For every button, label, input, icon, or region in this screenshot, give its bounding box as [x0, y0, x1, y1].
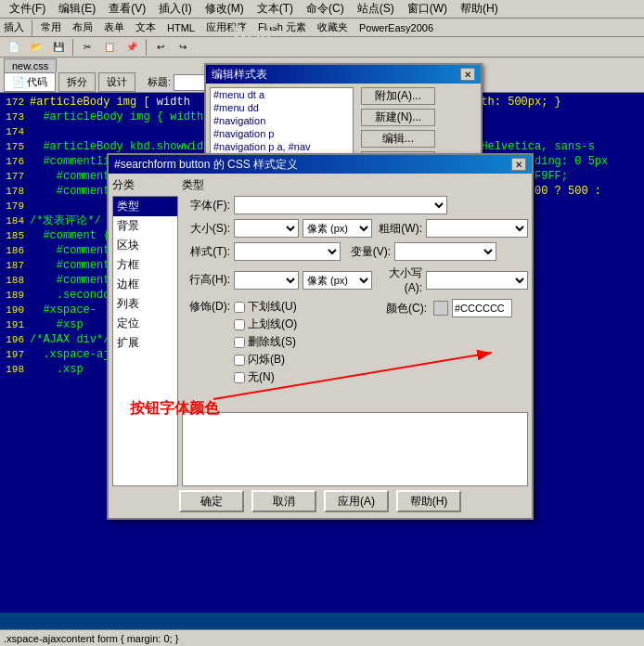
style-item-1[interactable]: #menu dt a: [211, 88, 353, 101]
sep2: [72, 39, 73, 56]
toolbar-cut-btn[interactable]: ✂: [77, 38, 97, 57]
blink-checkbox[interactable]: [234, 355, 245, 366]
lineheight-unit-select[interactable]: 像素 (px): [303, 271, 372, 290]
cat-list[interactable]: 列表: [113, 294, 177, 314]
lineheight-select[interactable]: [234, 271, 299, 290]
toolbar-item-html[interactable]: HTML: [162, 21, 200, 34]
menu-text[interactable]: 文本(T): [251, 0, 299, 18]
type-panel: 类型 字体(F): 大小(S): 像素 (px): [182, 177, 528, 486]
menu-edit[interactable]: 编辑(E): [53, 0, 101, 18]
cat-background[interactable]: 背景: [113, 216, 177, 236]
category-label: 分类: [112, 177, 178, 193]
toolbar-item-text[interactable]: 文本: [131, 19, 161, 35]
cat-extend[interactable]: 扩展: [113, 333, 177, 353]
style-editor-close-btn[interactable]: ✕: [460, 68, 475, 81]
lineheight-label: 行高(H):: [182, 272, 230, 288]
size-unit-select[interactable]: 像素 (px): [303, 219, 372, 238]
edit-btn[interactable]: 编辑...: [361, 130, 435, 148]
menu-modify[interactable]: 修改(M): [200, 0, 250, 18]
menu-view[interactable]: 查看(V): [103, 0, 151, 18]
style-select[interactable]: [234, 242, 341, 261]
style-row: 样式(T): 变量(V):: [182, 242, 528, 261]
font-label: 字体(F):: [182, 198, 230, 213]
lineheight-row: 行高(H): 像素 (px) 大小写(A):: [182, 265, 528, 294]
strikethrough-label: 删除线(S): [248, 334, 296, 350]
category-list[interactable]: 类型 背景 区块 方框 边框 列表 定位 扩展: [112, 196, 178, 486]
color-label: 颜色(C):: [386, 301, 427, 317]
status-text: .xspace-ajaxcontent form { margin: 0; }: [4, 633, 178, 644]
underline-row: 下划线(U): [234, 299, 382, 315]
menu-window[interactable]: 窗口(W): [402, 0, 453, 18]
form-rows: 字体(F): 大小(S): 像素 (px) 粗细(W):: [182, 196, 528, 408]
toolbar-item-powereasy[interactable]: PowerEasy2006: [354, 21, 438, 34]
toolbar-save-btn[interactable]: 💾: [48, 38, 69, 57]
cat-block[interactable]: 区块: [113, 236, 177, 255]
toolbar-paste-btn[interactable]: 📌: [122, 38, 142, 57]
underline-label: 下划线(U): [248, 299, 297, 315]
category-panel: 分类 类型 背景 区块 方框 边框 列表 定位 扩展: [112, 177, 178, 486]
font-select[interactable]: [234, 196, 447, 214]
strikethrough-checkbox[interactable]: [234, 337, 245, 348]
toolbar-item-form[interactable]: 表单: [99, 19, 129, 35]
css-def-footer: 确定 取消 应用(A) 帮助(H): [109, 484, 532, 518]
cat-box[interactable]: 方框: [113, 255, 177, 275]
variant-label: 变量(V):: [344, 244, 391, 260]
toolbar-item-common[interactable]: 常用: [36, 19, 66, 35]
none-label: 无(N): [248, 369, 275, 385]
blink-row: 闪烁(B): [234, 352, 382, 368]
new-btn[interactable]: 新建(N)...: [361, 109, 435, 126]
variant-select[interactable]: [394, 242, 496, 261]
file-tab-new-css[interactable]: new.css: [4, 58, 57, 72]
toolbar-redo-btn[interactable]: ↪: [173, 38, 193, 57]
bold-label: 粗细(W):: [376, 221, 422, 237]
color-input[interactable]: [452, 299, 512, 317]
style-item-5[interactable]: #navigation p a, #nav: [211, 140, 353, 153]
size-label: 大小(S):: [182, 221, 230, 237]
menu-site[interactable]: 站点(S): [352, 0, 400, 18]
tab-code[interactable]: 📄 代码: [4, 72, 56, 92]
overline-row: 上划线(O): [234, 317, 382, 332]
deco-checkboxes: 下划线(U) 上划线(O) 删除线(S) 闪烁(B): [234, 299, 382, 387]
color-swatch[interactable]: [433, 301, 448, 316]
menu-insert[interactable]: 插入(I): [153, 0, 197, 18]
cancel-button[interactable]: 取消: [251, 490, 316, 512]
overline-checkbox[interactable]: [234, 319, 245, 330]
case-label: 大小写(A):: [376, 265, 422, 294]
title-label: 标题:: [148, 75, 171, 89]
size-select[interactable]: [234, 219, 299, 238]
case-select[interactable]: [426, 271, 528, 290]
bold-select[interactable]: [426, 219, 528, 238]
toolbar-new-btn[interactable]: 📄: [4, 38, 24, 57]
tab-split[interactable]: 拆分: [58, 72, 96, 92]
cat-border[interactable]: 边框: [113, 275, 177, 294]
insert-toolbar: 插入 常用 布局 表单 文本 HTML 应用程序 Flash 元素 收藏夹 Po…: [0, 19, 644, 37]
toolbar-copy-btn[interactable]: 📋: [99, 38, 120, 57]
style-item-2[interactable]: #menu dd: [211, 101, 353, 114]
tab-design[interactable]: 设计: [98, 72, 135, 92]
menu-bar: 文件(F) 编辑(E) 查看(V) 插入(I) 修改(M) 文本(T) 命令(C…: [0, 0, 644, 19]
toolbar-undo-btn[interactable]: ↩: [150, 38, 171, 57]
style-item-3[interactable]: #navigation: [211, 114, 353, 127]
toolbar-item-layout[interactable]: 布局: [68, 19, 97, 35]
cat-position[interactable]: 定位: [113, 314, 177, 333]
menu-command[interactable]: 命令(C): [301, 0, 350, 18]
style-item-4[interactable]: #navigation p: [211, 127, 353, 140]
attach-btn[interactable]: 附加(A)...: [361, 87, 435, 105]
code-icon: 📄: [12, 76, 25, 88]
color-row: 颜色(C):: [386, 299, 512, 317]
ok-button[interactable]: 确定: [179, 490, 244, 512]
style-label: 样式(T):: [182, 244, 230, 260]
decoration-label: 修饰(D):: [182, 299, 230, 315]
none-checkbox[interactable]: [234, 372, 245, 383]
font-row: 字体(F):: [182, 196, 528, 214]
apply-button[interactable]: 应用(A): [324, 490, 389, 512]
toolbar-open-btn[interactable]: 📂: [26, 38, 46, 57]
css-def-close-btn[interactable]: ✕: [511, 158, 526, 171]
menu-help[interactable]: 帮助(H): [455, 0, 504, 18]
menu-file[interactable]: 文件(F): [4, 0, 51, 18]
cat-type[interactable]: 类型: [113, 197, 177, 216]
help-button[interactable]: 帮助(H): [396, 490, 461, 512]
strikethrough-row: 删除线(S): [234, 334, 382, 350]
toolbar-item-favorites[interactable]: 收藏夹: [313, 19, 353, 35]
underline-checkbox[interactable]: [234, 302, 245, 313]
